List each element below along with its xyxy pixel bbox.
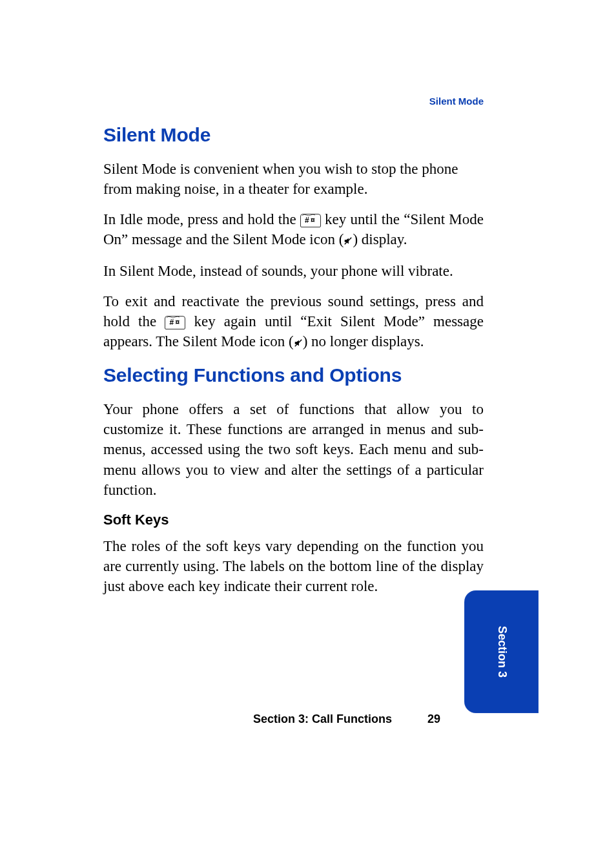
running-head: Silent Mode — [429, 96, 484, 107]
paragraph: The roles of the soft keys vary dependin… — [103, 536, 484, 596]
paragraph: In Silent Mode, instead of sounds, your … — [103, 261, 484, 281]
section-tab-label: Section 3 — [495, 626, 508, 678]
text-block: Silent Mode Silent Mode is convenient wh… — [103, 124, 484, 607]
paragraph: In Idle mode, press and hold the # ¤ key… — [103, 209, 484, 251]
text: ) no longer displays. — [303, 333, 424, 349]
paragraph: To exit and reactivate the previous soun… — [103, 291, 484, 353]
section-tab: Section 3 — [464, 590, 539, 713]
silent-mode-icon — [344, 231, 353, 251]
hash-key-icon: # ¤ — [165, 316, 185, 329]
hash-key-icon: # ¤ — [300, 214, 321, 227]
heading-selecting-functions: Selecting Functions and Options — [103, 364, 484, 386]
page: Silent Mode Silent Mode Silent Mode is c… — [0, 0, 616, 852]
silent-mode-icon — [294, 333, 303, 353]
footer-section-title: Section 3: Call Functions — [253, 712, 392, 726]
page-number: 29 — [427, 712, 440, 726]
subheading-soft-keys: Soft Keys — [103, 512, 484, 528]
heading-silent-mode: Silent Mode — [103, 124, 484, 146]
text: ) display. — [353, 231, 407, 247]
paragraph: Silent Mode is convenient when you wish … — [103, 159, 484, 199]
paragraph: Your phone offers a set of functions tha… — [103, 399, 484, 499]
page-footer: Section 3: Call Functions 29 — [0, 712, 616, 726]
text: In Idle mode, press and hold the — [103, 211, 300, 227]
